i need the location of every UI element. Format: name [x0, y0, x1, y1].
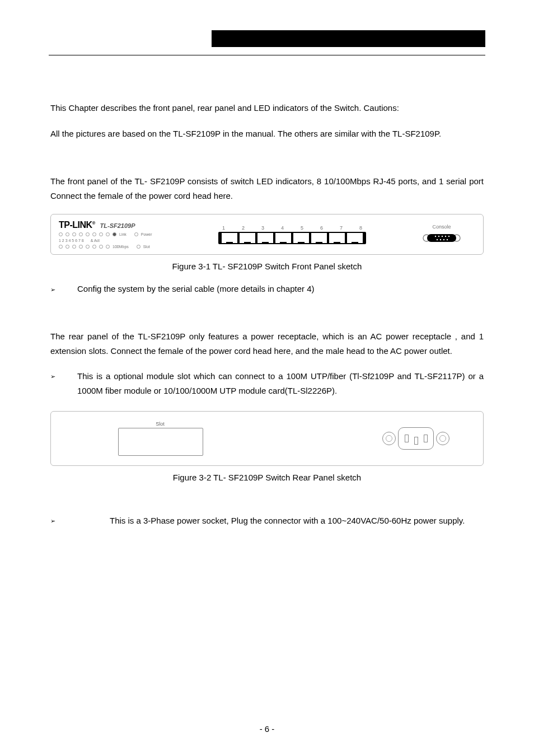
port-num: 3 — [261, 225, 264, 231]
led-power-label: Power — [141, 232, 152, 236]
led-100m-label: 100Mbps — [113, 245, 129, 249]
port-num: 4 — [281, 225, 284, 231]
svg-point-9 — [443, 239, 444, 240]
front-panel-figure: TP-LINK® TL-SF2109P Link Power 1 2 3 4 5… — [50, 214, 484, 255]
bullet-icon: ➢ — [50, 282, 56, 295]
port-num: 8 — [359, 225, 362, 231]
rear-panel-figure: Slot — [50, 411, 484, 466]
port-num: 2 — [242, 225, 245, 231]
svg-point-7 — [437, 239, 438, 240]
port-num: 7 — [340, 225, 343, 231]
svg-point-4 — [442, 235, 443, 236]
ac-socket-icon — [398, 427, 434, 450]
front-bullet: Config the system by the serial cable (m… — [77, 282, 484, 296]
rear-bullet-slot: This is a optional module slot which can… — [77, 369, 484, 398]
port-num: 1 — [222, 225, 225, 231]
screw-icon — [382, 432, 396, 445]
led-nums: 1 2 3 4 5 6 7 8 — [59, 239, 84, 242]
model-label: TL-SF2109P — [100, 222, 135, 229]
front-caption: Figure 3-1 TL- SF2109P Switch Front Pane… — [50, 262, 484, 271]
rear-bullet-power: This is a 3-Phase power socket, Plug the… — [110, 514, 484, 528]
intro-p1: This Chapter describes the front panel, … — [50, 101, 484, 115]
svg-point-2 — [435, 235, 436, 236]
led-act-label: & Act — [91, 239, 100, 242]
svg-point-5 — [445, 235, 446, 236]
port-num: 5 — [301, 225, 303, 231]
front-desc: The front panel of the TL- SF2109P consi… — [50, 174, 484, 203]
bullet-icon: ➢ — [50, 514, 56, 526]
console-area: Console — [408, 224, 475, 245]
led-link-label: Link — [119, 232, 127, 236]
svg-point-10 — [447, 239, 448, 240]
console-label: Console — [408, 224, 475, 230]
console-port-icon — [422, 232, 461, 245]
reg-mark: ® — [92, 220, 95, 230]
front-ports-area: 1 2 3 4 5 6 7 8 — [186, 225, 398, 244]
extension-slot: Slot — [118, 421, 202, 456]
svg-point-6 — [448, 235, 449, 236]
svg-point-8 — [440, 239, 441, 240]
front-panel-left: TP-LINK® TL-SF2109P Link Power 1 2 3 4 5… — [59, 220, 176, 249]
rear-caption: Figure 3-2 TL- SF2109P Switch Rear Panel… — [50, 473, 484, 482]
led-slot-label: Slot — [143, 245, 150, 249]
svg-point-3 — [438, 235, 439, 236]
header-rule — [49, 55, 485, 55]
bullet-icon: ➢ — [50, 369, 56, 382]
rj45-ports — [218, 232, 366, 244]
screw-icon — [436, 432, 449, 445]
page-number: - 6 - — [0, 724, 534, 734]
port-num: 6 — [320, 225, 323, 231]
header-black-bar — [212, 30, 485, 47]
intro-p2: All the pictures are based on the TL-SF2… — [50, 127, 484, 141]
slot-label: Slot — [118, 421, 202, 427]
rear-desc: The rear panel of the TL-SF2109P only fe… — [50, 329, 484, 358]
brand-logo: TP-LINK — [59, 220, 92, 230]
power-socket — [382, 427, 449, 450]
